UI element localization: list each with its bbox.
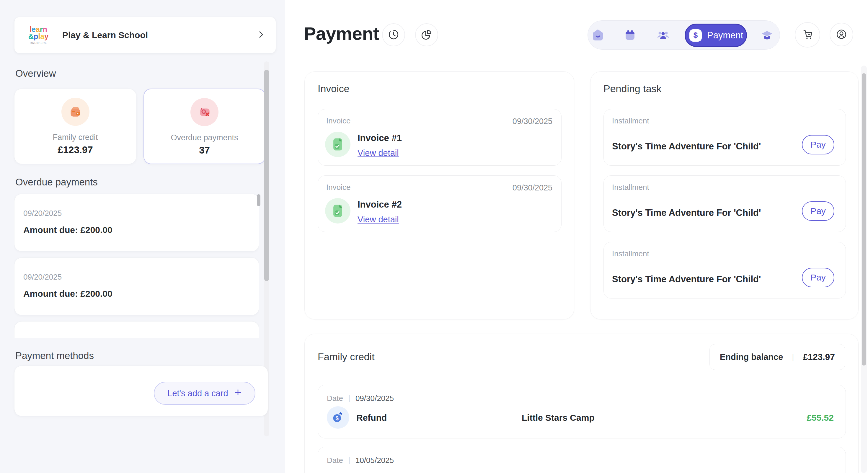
chevron-right-icon (256, 30, 266, 40)
payment-report-button[interactable] (415, 23, 438, 46)
pending-task-item: Installment Story's Time Adventure For '… (603, 176, 846, 232)
date-value: 10/05/2025 (355, 456, 394, 465)
overdue-item[interactable]: 09/20/2025 Amount due: £200.00 (14, 194, 259, 252)
invoice-panel-title: Invoice (318, 83, 349, 94)
row-dateline: Date | 10/05/2025 (327, 456, 394, 465)
family-credit-title: Family credit (318, 351, 375, 362)
pie-chart-icon (421, 28, 433, 42)
invoice-name: Invoice #1 (358, 133, 402, 144)
nav-calendar-icon[interactable] (624, 29, 637, 42)
pay-button[interactable]: Pay (802, 268, 834, 287)
task-name: Story's Time Adventure For 'Child' (612, 141, 761, 152)
refund-icon: $ (327, 406, 349, 429)
family-credit-label: Family credit (14, 133, 136, 142)
payment-failed-icon (190, 98, 218, 126)
logo-line-2: &play (22, 33, 55, 40)
family-credit-value: £123.97 (14, 145, 136, 156)
ending-balance-divider: | (792, 352, 794, 362)
ending-balance-label: Ending balance (720, 352, 783, 362)
date-label: Date (327, 394, 343, 403)
svg-text:$: $ (335, 415, 339, 421)
invoice-item: Invoice 09/30/2025 Invoice #2 View detai… (318, 176, 562, 232)
overdue-item-date: 09/20/2025 (23, 209, 250, 218)
school-logo: learn &play DREN'S CE (22, 26, 55, 45)
payment-history-button[interactable] (382, 23, 405, 46)
date-value: 09/30/2025 (355, 394, 394, 403)
invoice-panel: Invoice Invoice 09/30/2025 Invoice #1 Vi… (304, 71, 574, 319)
invoice-item-date: 09/30/2025 (513, 117, 552, 126)
payment-methods-title: Payment methods (16, 350, 94, 361)
date-divider: | (348, 456, 350, 465)
overdue-list-title: Overdue payments (16, 177, 98, 188)
family-credit-card[interactable]: Family credit £123.97 (14, 89, 136, 164)
page-title: Payment (304, 24, 379, 44)
pending-task-item: Installment Story's Time Adventure For '… (603, 242, 846, 298)
overdue-list-scrollbar[interactable] (257, 194, 260, 206)
row-dateline: Date | 09/30/2025 (327, 394, 394, 403)
transaction-type: Refund (356, 413, 387, 423)
top-navigation: $ Payment (588, 20, 780, 50)
overdue-item-clipped[interactable] (14, 321, 259, 338)
nav-payment-label: Payment (707, 30, 743, 41)
dollar-icon: $ (689, 29, 702, 42)
date-divider: | (348, 395, 350, 403)
overdue-item-amount: Amount due: £200.00 (23, 225, 250, 235)
transaction-amount: £55.52 (807, 413, 834, 423)
transaction-name: Little Stars Camp (522, 413, 595, 423)
overdue-item-amount: Amount due: £200.00 (23, 289, 250, 299)
add-card-label: Let's add a card (167, 388, 228, 398)
overdue-item[interactable]: 09/20/2025 Amount due: £200.00 (14, 257, 259, 315)
logo-subtext: DREN'S CE (22, 42, 55, 45)
nav-education-icon[interactable] (761, 29, 774, 42)
view-detail-link[interactable]: View detail (358, 215, 399, 224)
cart-icon (800, 28, 814, 42)
installment-label: Installment (612, 116, 649, 125)
ending-balance-value: £123.97 (803, 352, 835, 362)
invoice-item-label: Invoice (326, 183, 350, 192)
task-name: Story's Time Adventure For 'Child' (612, 274, 761, 285)
installment-label: Installment (612, 183, 649, 192)
school-selector[interactable]: learn &play DREN'S CE Play & Learn Schoo… (14, 17, 276, 54)
family-credit-panel: Family credit Ending balance | £123.97 D… (304, 334, 859, 473)
task-name: Story's Time Adventure For 'Child' (612, 208, 761, 218)
sidebar-scrollbar[interactable] (264, 70, 269, 281)
nav-family-icon[interactable] (657, 29, 670, 42)
overdue-payments-card[interactable]: Overdue payments 37 (144, 89, 266, 164)
invoice-item-label: Invoice (326, 116, 350, 125)
profile-icon (835, 28, 848, 42)
payment-dashboard: learn &play DREN'S CE Play & Learn Schoo… (0, 0, 868, 473)
main-scrollbar[interactable] (862, 73, 866, 366)
invoice-item-date: 09/30/2025 (513, 183, 552, 192)
overdue-list: 09/20/2025 Amount due: £200.00 09/20/202… (14, 192, 259, 338)
nav-payment-tab-active[interactable]: $ Payment (685, 24, 747, 47)
pay-button[interactable]: Pay (802, 135, 834, 154)
date-label: Date (327, 456, 343, 465)
pending-task-title: Pending task (603, 83, 662, 94)
school-name: Play & Learn School (62, 30, 148, 40)
sidebar: learn &play DREN'S CE Play & Learn Schoo… (0, 0, 285, 473)
overview-section-title: Overview (16, 68, 56, 79)
invoice-name: Invoice #2 (358, 199, 402, 210)
installment-label: Installment (612, 249, 649, 258)
family-credit-row: Date | 10/05/2025 (318, 447, 846, 473)
pay-button[interactable]: Pay (802, 201, 834, 221)
wallet-icon (61, 98, 89, 126)
overdue-payments-label: Overdue payments (144, 133, 265, 142)
overdue-payments-count: 37 (144, 145, 265, 156)
invoice-item: Invoice 09/30/2025 Invoice #1 View detai… (318, 109, 562, 166)
history-clock-icon (388, 28, 400, 42)
profile-button[interactable] (830, 23, 853, 46)
ending-balance-box: Ending balance | £123.97 (709, 344, 845, 370)
pending-task-panel: Pending task Installment Story's Time Ad… (590, 71, 859, 319)
invoice-doc-icon (325, 198, 350, 223)
nav-home-mascot-icon[interactable] (591, 29, 604, 42)
payment-methods-card: Let's add a card (14, 366, 268, 416)
logo-line-1: learn (22, 26, 55, 33)
pending-task-item: Installment Story's Time Adventure For '… (603, 109, 846, 166)
view-detail-link[interactable]: View detail (358, 148, 399, 158)
plus-icon (234, 388, 242, 398)
family-credit-row: Date | 09/30/2025 $ Refund Little Stars … (318, 385, 846, 438)
add-card-button[interactable]: Let's add a card (154, 382, 255, 405)
main-content: Payment (285, 0, 868, 473)
cart-button[interactable] (795, 22, 820, 48)
